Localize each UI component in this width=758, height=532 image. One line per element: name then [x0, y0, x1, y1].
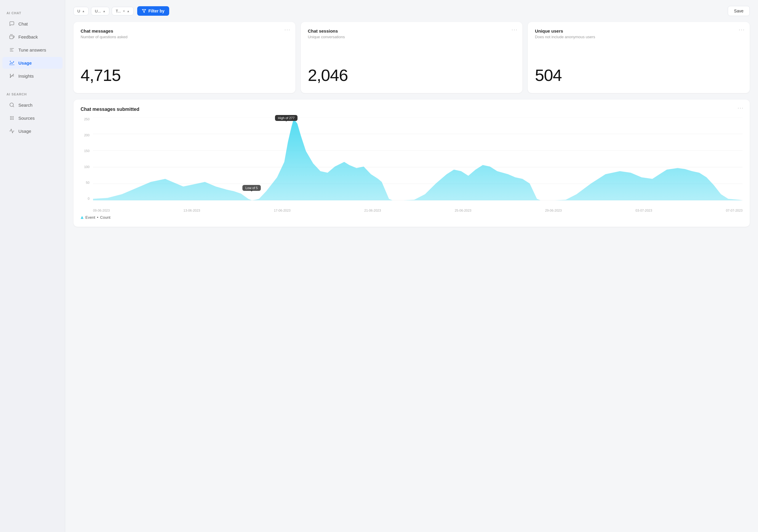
toolbar: U ▲ U... ▲ T... ✕ ▲ Filter by Save	[74, 6, 750, 16]
chart-container: 250 200 150 100 50 0	[81, 117, 742, 212]
y-label-250: 250	[84, 117, 89, 121]
stat-card-1-title: Chat messages	[81, 28, 288, 33]
stat-card-1-subtitle: Number of questions asked	[81, 35, 288, 39]
chevron-up-icon-3: ▲	[127, 10, 130, 13]
search-icon	[9, 102, 15, 108]
y-label-150: 150	[84, 149, 89, 153]
chart-area	[93, 119, 742, 200]
sidebar-item-search-usage-label: Usage	[18, 129, 31, 134]
svg-point-23	[12, 119, 13, 120]
filter-chip-1[interactable]: U ▲	[74, 7, 88, 16]
chevron-up-icon-1: ▲	[82, 10, 85, 13]
y-label-50: 50	[86, 181, 89, 184]
sidebar-item-search-label: Search	[18, 103, 33, 108]
stat-card-chat-sessions: ··· Chat sessions Unique conversations 2…	[301, 22, 523, 93]
tune-answers-icon	[9, 47, 15, 53]
sidebar-item-sources-label: Sources	[18, 116, 35, 121]
svg-point-13	[13, 76, 14, 77]
svg-point-22	[10, 119, 11, 120]
chart-legend: Event • Count	[81, 215, 742, 220]
sidebar-item-chat-label: Chat	[18, 21, 28, 26]
sidebar-item-insights[interactable]: Insights	[2, 70, 62, 82]
x-label-6: 29-06-2023	[545, 209, 562, 212]
chip2-label: U...	[95, 9, 101, 13]
sidebar: AI CHAT Chat Feedback Tune answers Usage	[0, 0, 65, 532]
chart-svg	[93, 117, 742, 200]
filter-icon	[142, 9, 146, 13]
legend-separator: •	[97, 215, 98, 220]
ai-chat-section-label: AI CHAT	[0, 6, 65, 17]
x-label-1: 09-06-2023	[93, 209, 110, 212]
x-axis: 09-06-2023 13-06-2023 17-06-2023 21-06-2…	[93, 201, 742, 212]
chip1-label: U	[77, 9, 80, 13]
sidebar-item-tune-answers[interactable]: Tune answers	[2, 44, 62, 56]
stat-card-chat-messages: ··· Chat messages Number of questions as…	[74, 22, 295, 93]
filter-chip-3[interactable]: T... ✕ ▲	[112, 7, 133, 16]
svg-point-20	[12, 118, 13, 119]
chart-menu[interactable]: ···	[738, 105, 744, 111]
close-icon[interactable]: ✕	[123, 10, 125, 13]
stat-card-2-subtitle: Unique conversations	[308, 35, 516, 39]
x-label-3: 17-06-2023	[274, 209, 291, 212]
ai-search-section-label: AI SEARCH	[0, 87, 65, 98]
usage-icon	[9, 60, 15, 66]
stat-card-1-value: 4,715	[81, 65, 288, 85]
x-label-5: 25-06-2023	[455, 209, 471, 212]
insights-icon	[9, 73, 15, 79]
sidebar-item-search-usage[interactable]: Usage	[2, 125, 62, 137]
sidebar-item-sources[interactable]: Sources	[2, 112, 62, 124]
sidebar-item-feedback-label: Feedback	[18, 34, 38, 39]
legend-count-label: Count	[100, 215, 111, 220]
chat-icon	[9, 21, 15, 27]
filter-chip-2[interactable]: U... ▲	[91, 7, 109, 16]
svg-point-17	[12, 116, 13, 117]
legend-event-label: Event	[86, 215, 95, 220]
sidebar-item-tune-answers-label: Tune answers	[18, 48, 46, 53]
search-usage-icon	[9, 128, 15, 134]
svg-marker-25	[142, 10, 146, 13]
y-label-200: 200	[84, 133, 89, 137]
filter-by-label: Filter by	[149, 9, 164, 13]
x-label-4: 21-06-2023	[364, 209, 381, 212]
chart-title: Chat messages submitted	[81, 107, 742, 112]
chart-section: Chat messages submitted ··· 250 200 150 …	[74, 100, 750, 227]
chevron-up-icon-2: ▲	[103, 10, 106, 13]
y-axis: 250 200 150 100 50 0	[81, 117, 91, 200]
svg-point-10	[10, 74, 11, 75]
svg-point-24	[13, 119, 14, 120]
sidebar-item-chat[interactable]: Chat	[2, 18, 62, 30]
svg-line-15	[13, 106, 14, 107]
card-menu-1[interactable]: ···	[285, 27, 291, 33]
svg-point-16	[10, 116, 11, 117]
chip3-label: T...	[116, 9, 121, 13]
svg-point-11	[13, 74, 14, 75]
stat-card-unique-users: ··· Unique users Does not include anonym…	[528, 22, 750, 93]
legend-color-dot	[81, 216, 84, 219]
stat-card-2-value: 2,046	[308, 65, 516, 85]
stat-card-3-title: Unique users	[535, 28, 742, 33]
x-label-2: 13-06-2023	[184, 209, 200, 212]
x-label-7: 03-07-2023	[636, 209, 652, 212]
stat-card-3-value: 504	[535, 65, 742, 85]
main-content: U ▲ U... ▲ T... ✕ ▲ Filter by Save ··· C…	[65, 0, 758, 532]
stat-card-2-title: Chat sessions	[308, 28, 516, 33]
y-label-100: 100	[84, 165, 89, 169]
x-label-8: 07-07-2023	[726, 209, 742, 212]
svg-point-6	[10, 61, 11, 62]
sidebar-item-usage[interactable]: Usage	[2, 57, 62, 69]
svg-point-19	[10, 118, 11, 119]
card-menu-3[interactable]: ···	[739, 27, 745, 33]
sidebar-item-feedback[interactable]: Feedback	[2, 31, 62, 43]
chart-inner: High of 277 Low of 5	[93, 117, 742, 200]
sidebar-item-search[interactable]: Search	[2, 99, 62, 111]
save-button[interactable]: Save	[728, 6, 750, 16]
sidebar-item-usage-label: Usage	[18, 60, 32, 65]
y-label-0: 0	[88, 197, 89, 200]
feedback-icon	[9, 34, 15, 40]
svg-point-12	[10, 77, 11, 78]
filter-by-button[interactable]: Filter by	[137, 6, 169, 16]
svg-point-18	[13, 116, 14, 117]
svg-point-21	[13, 118, 14, 119]
card-menu-2[interactable]: ···	[511, 27, 518, 33]
stat-card-3-subtitle: Does not include anonymous users	[535, 35, 742, 39]
